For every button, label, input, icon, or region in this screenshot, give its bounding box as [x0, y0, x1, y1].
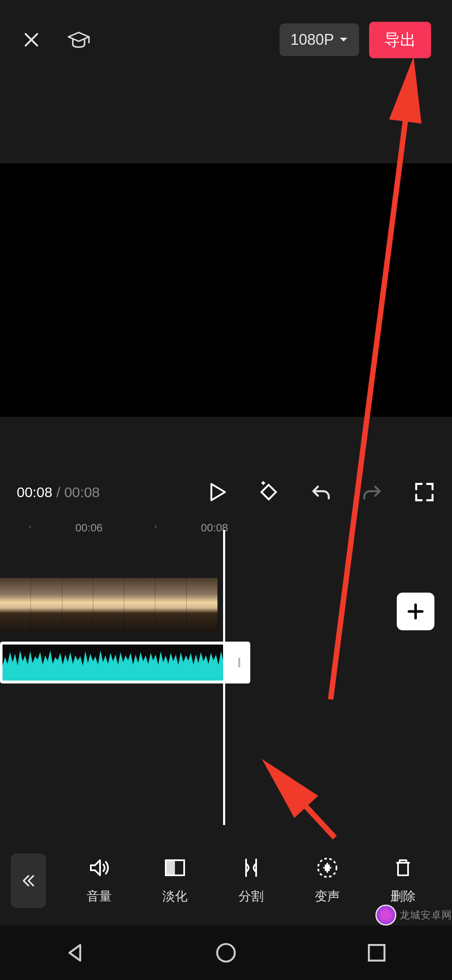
header-right: 1080P 导出	[280, 22, 431, 58]
ruler-label: 00:06	[75, 521, 103, 534]
nav-recent-button[interactable]	[365, 941, 388, 965]
svg-rect-4	[369, 945, 384, 960]
tutorial-button[interactable]	[67, 28, 90, 52]
top-header: 1080P 导出	[0, 0, 452, 80]
tool-fade[interactable]: 淡化	[148, 856, 202, 905]
double-chevron-left-icon	[20, 872, 37, 889]
resolution-selector[interactable]: 1080P	[280, 23, 359, 56]
volume-icon	[87, 856, 111, 879]
redo-button[interactable]	[362, 481, 383, 503]
audio-waveform	[3, 645, 225, 681]
tool-delete[interactable]: 删除	[376, 856, 430, 905]
close-icon	[23, 31, 40, 49]
keyframe-icon	[258, 481, 280, 503]
ruler-tick	[155, 526, 157, 528]
play-button[interactable]	[206, 481, 228, 503]
fullscreen-button[interactable]	[413, 481, 435, 503]
nav-home-button[interactable]	[214, 941, 238, 965]
trash-icon	[391, 856, 415, 879]
header-left	[21, 28, 90, 52]
video-track[interactable]	[0, 578, 218, 632]
video-preview[interactable]	[0, 163, 452, 417]
tool-label: 音量	[87, 888, 112, 905]
time-separator: /	[52, 484, 64, 500]
plus-icon	[406, 601, 426, 622]
chevron-down-icon	[339, 37, 348, 43]
export-label: 导出	[384, 31, 416, 49]
split-icon	[239, 856, 263, 879]
video-thumbnail	[187, 578, 218, 632]
watermark: 龙城安卓网	[375, 905, 452, 926]
system-navbar	[0, 926, 452, 980]
tool-split[interactable]: 分割	[224, 856, 278, 905]
audio-track[interactable]	[0, 642, 250, 683]
tool-label: 删除	[390, 888, 416, 905]
close-button[interactable]	[21, 29, 42, 50]
ruler-tick	[29, 526, 31, 528]
video-thumbnail	[155, 578, 186, 632]
video-thumbnail	[0, 578, 31, 632]
control-icons-group	[206, 481, 435, 503]
timeline[interactable]: 00:06 00:08	[0, 515, 452, 825]
audio-clip-handle[interactable]	[228, 642, 250, 683]
video-thumbnail	[93, 578, 124, 632]
tool-label: 分割	[239, 888, 264, 905]
playhead[interactable]	[223, 530, 225, 825]
resolution-label: 1080P	[290, 31, 334, 49]
playback-controls: 00:08 / 00:08	[0, 469, 452, 515]
time-current: 00:08	[17, 484, 52, 500]
tool-volume[interactable]: 音量	[72, 856, 126, 905]
add-clip-button[interactable]	[397, 593, 434, 630]
circle-home-icon	[214, 941, 238, 965]
export-button[interactable]: 导出	[369, 22, 431, 58]
redo-icon	[362, 481, 383, 503]
timeline-ruler: 00:06 00:08	[0, 515, 452, 536]
time-display: 00:08 / 00:08	[17, 484, 100, 500]
time-total: 00:08	[64, 484, 100, 500]
tool-items: 音量 淡化 分割 变声 删除	[61, 856, 441, 905]
undo-button[interactable]	[310, 481, 331, 503]
video-thumbnail	[62, 578, 93, 632]
svg-rect-1	[166, 860, 175, 875]
svg-point-3	[217, 944, 235, 962]
graduation-cap-icon	[67, 28, 90, 52]
play-icon	[206, 481, 228, 503]
tool-voicechange[interactable]: 变声	[300, 856, 354, 905]
tool-label: 变声	[315, 888, 340, 905]
video-thumbnail	[31, 578, 62, 632]
tool-label: 淡化	[162, 888, 187, 905]
voice-change-icon	[316, 856, 339, 879]
video-thumbnail	[124, 578, 155, 632]
square-recent-icon	[365, 941, 388, 965]
nav-back-button[interactable]	[64, 941, 87, 965]
triangle-back-icon	[64, 941, 87, 965]
watermark-text: 龙城安卓网	[400, 908, 452, 922]
keyframe-button[interactable]	[258, 481, 280, 503]
watermark-badge-icon	[375, 905, 396, 926]
undo-icon	[310, 481, 331, 503]
toolbar-back-button[interactable]	[11, 854, 46, 908]
fullscreen-icon	[413, 481, 435, 503]
fade-icon	[163, 856, 187, 879]
